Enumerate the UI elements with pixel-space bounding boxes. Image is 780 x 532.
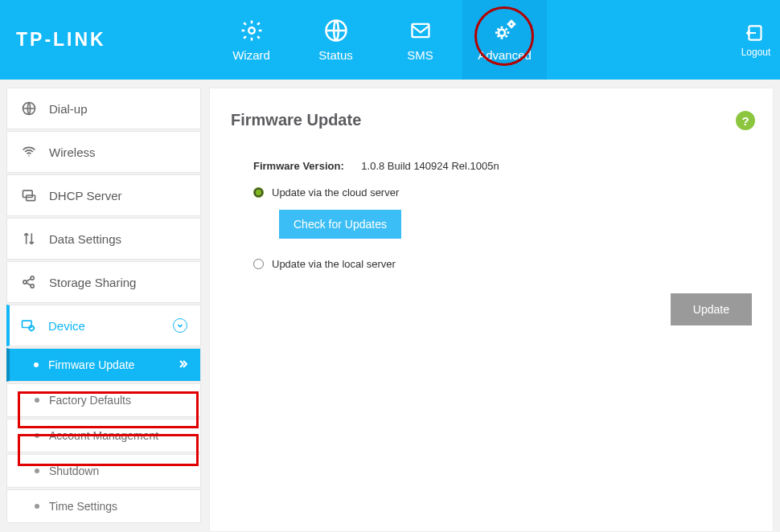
logout-button[interactable]: Logout [732,23,780,58]
sidebar-item-data[interactable]: Data Settings [6,218,201,260]
chevron-right-icon [178,358,187,371]
sub-label: Account Management [49,429,158,442]
radio-local-label: Update via the local server [272,258,396,270]
firmware-version-row: Firmware Version: 1.0.8 Build 140924 Rel… [253,160,752,172]
brand-logo: TP-LINK [16,29,209,51]
content-panel: Firmware Update ? Firmware Version: 1.0.… [209,88,774,532]
sidebar-sub-shutdown[interactable]: Shutdown [6,454,201,488]
sidebar-label: Device [48,319,85,333]
nav-wizard-label: Wizard [232,48,270,62]
help-button[interactable]: ? [736,111,755,130]
fw-version-value: 1.0.8 Build 140924 Rel.1005n [361,160,499,172]
chevron-down-icon [173,318,187,333]
globe-icon [323,18,349,43]
nav-advanced-label: Advanced [478,48,532,62]
nav-wizard[interactable]: Wizard [209,0,294,80]
check-updates-button[interactable]: Check for Updates [279,210,401,239]
svg-point-3 [499,30,505,36]
sidebar-sub-factory[interactable]: Factory Defaults [6,383,201,417]
logout-label: Logout [732,47,780,58]
main-nav: Wizard Status SMS Advanced [209,0,547,80]
fw-version-label: Firmware Version: [253,160,344,172]
gear-icon [239,18,265,43]
nav-status-label: Status [318,48,353,62]
sidebar-item-wireless[interactable]: Wireless [6,131,201,173]
globe-icon [20,100,38,117]
sidebar-label: DHCP Server [49,189,122,203]
sidebar-sub-firmware[interactable]: Firmware Update [6,348,201,382]
sidebar-label: Data Settings [49,232,121,246]
radio-cloud[interactable] [253,187,264,198]
top-navbar: TP-LINK Wizard Status SMS Advanced [0,0,780,80]
svg-point-7 [28,155,30,157]
server-icon [20,186,38,204]
page-title: Firmware Update [231,111,752,129]
svg-point-4 [509,22,513,26]
main-container: Dial-up Wireless DHCP Server Data Settin… [0,80,780,532]
sub-label: Factory Defaults [49,394,131,407]
svg-rect-8 [23,190,33,197]
data-arrows-icon [20,230,38,248]
share-icon [20,273,38,291]
radio-cloud-label: Update via the cloud server [272,186,399,198]
sidebar-sub-time[interactable]: Time Settings [6,489,201,523]
sidebar: Dial-up Wireless DHCP Server Data Settin… [6,88,201,532]
sidebar-item-dhcp[interactable]: DHCP Server [6,174,201,216]
nav-status[interactable]: Status [294,0,378,80]
wifi-icon [20,143,38,161]
update-button[interactable]: Update [671,293,752,325]
sidebar-sub-account[interactable]: Account Management [6,419,201,452]
sidebar-label: Wireless [49,145,96,159]
svg-point-0 [248,27,255,34]
sub-label: Time Settings [49,500,117,513]
device-gear-icon [19,317,37,334]
svg-rect-2 [412,24,429,37]
nav-advanced[interactable]: Advanced [462,0,547,80]
logout-icon [745,23,767,45]
sidebar-item-device[interactable]: Device [6,305,201,346]
svg-rect-9 [27,195,35,201]
sidebar-label: Storage Sharing [49,276,136,289]
gears-icon [492,18,518,43]
sidebar-item-dialup[interactable]: Dial-up [6,88,201,129]
sidebar-label: Dial-up [49,102,88,116]
sidebar-item-storage[interactable]: Storage Sharing [6,261,201,303]
sub-label: Shutdown [49,464,99,477]
radio-local-row[interactable]: Update via the local server [253,258,752,270]
sub-label: Firmware Update [48,358,134,371]
nav-sms[interactable]: SMS [378,0,462,80]
radio-local[interactable] [253,259,264,269]
nav-sms-label: SMS [407,48,433,62]
radio-cloud-row[interactable]: Update via the cloud server [253,186,752,198]
envelope-icon [408,18,433,43]
